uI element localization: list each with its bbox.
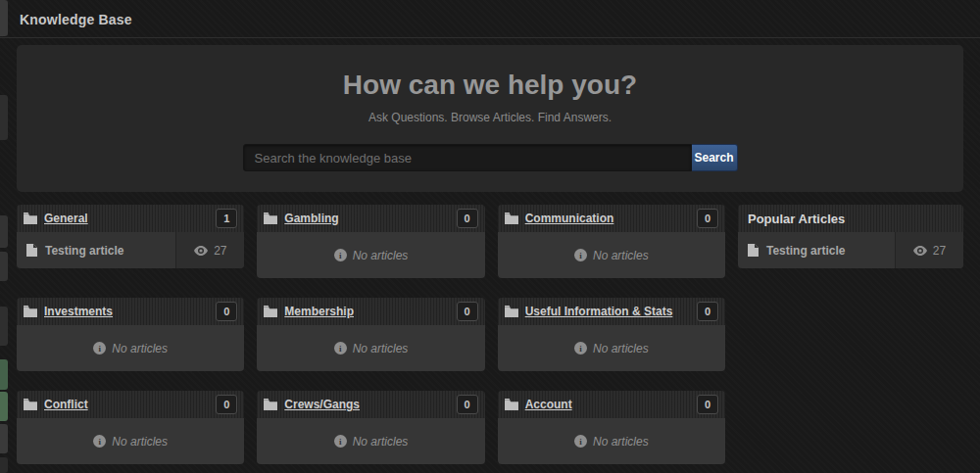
category-grid: General 1 Testing article 27 bbox=[17, 205, 725, 464]
sidebar-fragment-green bbox=[0, 359, 8, 390]
empty-label: No articles bbox=[593, 435, 649, 449]
category-card-crews-gangs: Crews/Gangs 0 i No articles bbox=[257, 391, 484, 464]
sidebar-fragment-green bbox=[0, 392, 8, 421]
empty-label: No articles bbox=[353, 249, 409, 262]
category-header: Conflict 0 bbox=[17, 391, 244, 418]
category-empty: i No articles bbox=[257, 418, 484, 464]
category-card-membership: Membership 0 i No articles bbox=[257, 298, 484, 371]
info-icon: i bbox=[93, 342, 106, 355]
sidebar-fragment bbox=[0, 215, 8, 248]
folder-icon bbox=[264, 399, 277, 410]
category-header: Communication 0 bbox=[498, 205, 725, 232]
category-empty: i No articles bbox=[498, 418, 725, 464]
category-empty: i No articles bbox=[498, 232, 725, 278]
category-link[interactable]: Conflict bbox=[44, 398, 216, 411]
info-icon: i bbox=[574, 435, 587, 448]
eye-icon bbox=[194, 246, 208, 256]
sidebar-fragment bbox=[0, 252, 8, 281]
empty-label: No articles bbox=[112, 342, 168, 355]
info-icon: i bbox=[334, 342, 347, 355]
page-title: Knowledge Base bbox=[20, 12, 960, 27]
folder-icon bbox=[264, 213, 277, 224]
sidebar-fragment bbox=[0, 95, 8, 140]
article-title: Testing article bbox=[766, 244, 845, 258]
popular-articles-title: Popular Articles bbox=[748, 212, 956, 226]
info-icon: i bbox=[93, 435, 106, 448]
hero-subtitle: Ask Questions. Browse Articles. Find Ans… bbox=[17, 111, 963, 124]
article-row[interactable]: Testing article 27 bbox=[17, 232, 244, 268]
empty-label: No articles bbox=[353, 342, 409, 355]
article-title-cell: Testing article bbox=[17, 232, 175, 268]
article-title-cell: Testing article bbox=[738, 232, 895, 268]
category-header: Investments 0 bbox=[17, 298, 244, 325]
article-row[interactable]: Testing article 27 bbox=[738, 232, 963, 268]
category-header: Gambling 0 bbox=[257, 205, 484, 232]
popular-articles-header: Popular Articles bbox=[738, 205, 963, 232]
info-icon: i bbox=[574, 342, 587, 355]
popular-articles-panel: Popular Articles Testing article 27 bbox=[738, 205, 963, 464]
category-link[interactable]: Membership bbox=[284, 305, 456, 318]
category-header: Account 0 bbox=[498, 391, 725, 418]
category-empty: i No articles bbox=[17, 325, 244, 371]
category-card-investments: Investments 0 i No articles bbox=[17, 298, 244, 371]
folder-icon bbox=[264, 306, 277, 317]
category-card-communication: Communication 0 i No articles bbox=[498, 205, 725, 278]
hero-panel: How can we help you? Ask Questions. Brow… bbox=[17, 45, 963, 192]
search-button[interactable]: Search bbox=[692, 144, 738, 171]
category-link[interactable]: Useful Information & Stats bbox=[525, 305, 697, 318]
sidebar-fragment bbox=[0, 307, 8, 346]
category-link[interactable]: Gambling bbox=[284, 212, 456, 225]
page-header: Knowledge Base bbox=[0, 0, 980, 38]
category-count-badge: 0 bbox=[697, 302, 718, 321]
sidebar-fragment bbox=[0, 424, 8, 453]
category-count-badge: 0 bbox=[216, 395, 237, 414]
category-count-badge: 0 bbox=[457, 302, 478, 321]
sidebar-fragment bbox=[0, 0, 8, 36]
search-bar: Search bbox=[243, 144, 738, 171]
eye-icon bbox=[913, 246, 927, 256]
search-input[interactable] bbox=[243, 144, 692, 171]
category-count-badge: 1 bbox=[216, 209, 237, 228]
article-title: Testing article bbox=[45, 244, 123, 258]
category-header: Crews/Gangs 0 bbox=[257, 391, 484, 418]
article-view-count: 27 bbox=[933, 244, 946, 258]
info-icon: i bbox=[334, 249, 347, 261]
category-count-badge: 0 bbox=[216, 302, 237, 321]
folder-icon bbox=[24, 213, 37, 224]
category-header: General 1 bbox=[17, 205, 244, 232]
category-header: Useful Information & Stats 0 bbox=[498, 298, 725, 325]
category-count-badge: 0 bbox=[457, 395, 478, 414]
category-card-useful-information: Useful Information & Stats 0 i No articl… bbox=[498, 298, 725, 371]
file-icon bbox=[748, 244, 759, 257]
folder-icon bbox=[24, 306, 37, 317]
info-icon: i bbox=[334, 435, 347, 448]
category-empty: i No articles bbox=[498, 325, 725, 371]
category-count-badge: 0 bbox=[697, 209, 718, 228]
folder-icon bbox=[505, 306, 518, 317]
category-link[interactable]: Investments bbox=[44, 305, 216, 318]
empty-label: No articles bbox=[593, 249, 649, 262]
category-link[interactable]: Account bbox=[525, 398, 697, 411]
article-views-cell: 27 bbox=[175, 232, 244, 268]
category-card-gambling: Gambling 0 i No articles bbox=[257, 205, 484, 278]
category-header: Membership 0 bbox=[257, 298, 484, 325]
category-count-badge: 0 bbox=[697, 395, 718, 414]
file-icon bbox=[26, 244, 37, 257]
folder-icon bbox=[24, 399, 37, 410]
folder-icon bbox=[505, 213, 518, 224]
article-views-cell: 27 bbox=[895, 232, 963, 268]
category-link[interactable]: Communication bbox=[525, 212, 697, 225]
category-link[interactable]: General bbox=[44, 212, 216, 225]
category-empty: i No articles bbox=[17, 418, 244, 464]
category-card-account: Account 0 i No articles bbox=[498, 391, 725, 464]
article-view-count: 27 bbox=[214, 244, 226, 258]
category-empty: i No articles bbox=[257, 232, 484, 278]
empty-label: No articles bbox=[353, 435, 409, 449]
category-link[interactable]: Crews/Gangs bbox=[284, 398, 456, 411]
category-empty: i No articles bbox=[257, 325, 484, 371]
category-card-conflict: Conflict 0 i No articles bbox=[17, 391, 244, 464]
category-card-general: General 1 Testing article 27 bbox=[17, 205, 244, 268]
info-icon: i bbox=[574, 249, 587, 261]
sidebar-fragment bbox=[0, 457, 8, 473]
folder-icon bbox=[505, 399, 518, 410]
